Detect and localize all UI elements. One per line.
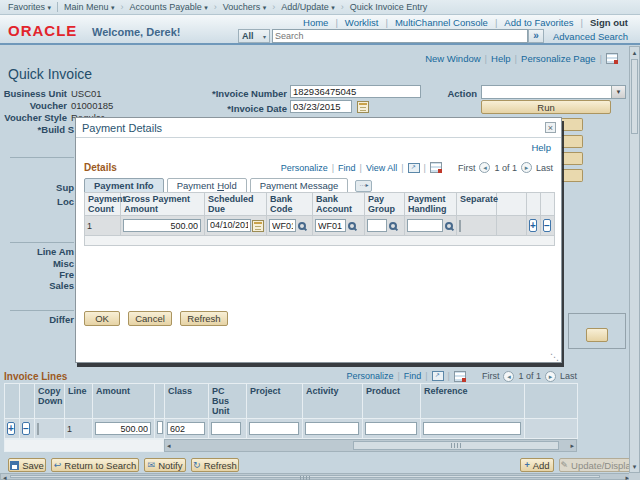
page-scrollbar-thumb[interactable] [10, 475, 600, 478]
popup-window-icon[interactable]: ↗ [432, 371, 444, 381]
col-filler [497, 193, 527, 216]
last-label[interactable]: Last [560, 371, 577, 381]
refresh-button[interactable]: Refresh [180, 311, 228, 326]
new-window-link[interactable]: New Window [425, 53, 480, 64]
bank-code-input[interactable] [269, 219, 296, 232]
details-section-title: Details [84, 162, 117, 173]
breadcrumb-accounts-payable[interactable]: Accounts Payable ▾ [130, 2, 208, 12]
link-separator: | [385, 17, 387, 28]
breadcrumb-favorites[interactable]: Favorites ▾ [8, 2, 51, 12]
action-dropdown[interactable]: ▼ [481, 85, 626, 99]
reference-input[interactable] [423, 422, 521, 435]
ok-button[interactable]: OK [84, 311, 120, 326]
modal-close-button[interactable]: × [545, 122, 556, 133]
personalize-link[interactable]: Personalize [281, 163, 328, 173]
chevron-down-icon: ▾ [263, 4, 267, 11]
breadcrumb-add-update[interactable]: Add/Update ▾ [281, 2, 335, 12]
popup-window-icon[interactable]: ↗ [408, 163, 420, 173]
save-icon [10, 461, 19, 470]
add-to-favorites-link[interactable]: Add to Favorites [504, 17, 573, 28]
calendar-icon[interactable] [252, 220, 264, 232]
personalize-page-link[interactable]: Personalize Page [521, 53, 595, 64]
class-input[interactable] [167, 422, 205, 435]
scroll-down-icon[interactable]: ▾ [630, 463, 639, 470]
next-row-icon[interactable]: ▸ [545, 371, 556, 382]
sign-out-link[interactable]: Sign out [590, 17, 628, 28]
previous-row-icon[interactable]: ◂ [503, 371, 514, 382]
breadcrumb-main-menu[interactable]: Main Menu ▾ [64, 2, 115, 12]
personalize-link[interactable]: Personalize [346, 371, 393, 381]
search-input[interactable] [272, 29, 528, 43]
find-link[interactable]: Find [404, 371, 422, 381]
invoice-number-input[interactable] [290, 85, 421, 98]
home-link[interactable]: Home [303, 17, 328, 28]
cancel-button[interactable]: Cancel [128, 311, 172, 326]
show-all-tabs-icon[interactable]: ···▸ [355, 180, 372, 192]
scroll-up-icon[interactable]: ▴ [630, 47, 639, 56]
gross-payment-amount-input[interactable] [123, 219, 201, 232]
download-to-excel-icon[interactable] [454, 371, 466, 382]
product-input[interactable] [365, 422, 417, 435]
obscured-button-fragment [562, 152, 583, 165]
scheduled-due-input[interactable] [207, 219, 251, 232]
invoice-date-input[interactable] [290, 100, 352, 113]
first-label[interactable]: First [482, 371, 500, 381]
search-go-button[interactable]: » [528, 29, 544, 43]
calendar-icon[interactable] [357, 101, 369, 113]
resize-handle[interactable]: ⋱ [550, 352, 559, 362]
view-all-link[interactable]: View All [366, 163, 397, 173]
payment-handling-input[interactable] [407, 219, 443, 232]
vertical-scrollbar-thumb[interactable] [631, 59, 638, 134]
search-scope-dropdown[interactable]: All ▾ [238, 29, 270, 43]
next-row-icon[interactable]: ▸ [521, 162, 532, 173]
grid-scrollbar-thumb[interactable] [353, 441, 559, 450]
download-to-excel-icon[interactable] [430, 162, 442, 173]
refresh-toolbar-button[interactable]: ↻ Refresh [191, 458, 239, 472]
separate-checkbox[interactable] [459, 220, 461, 232]
amount-input[interactable] [95, 422, 151, 435]
run-button[interactable]: Run [481, 100, 611, 114]
payment-grid: Payment Count Gross Payment Amount Sched… [84, 192, 555, 246]
col-class: Class [165, 384, 209, 419]
add-row-button[interactable]: + [529, 219, 537, 232]
bank-account-input[interactable] [315, 219, 346, 232]
scroll-right-icon[interactable]: ▸ [570, 442, 574, 449]
project-input[interactable] [249, 422, 299, 435]
find-link[interactable]: Find [338, 163, 356, 173]
worklist-link[interactable]: Worklist [345, 17, 379, 28]
last-label[interactable]: Last [536, 163, 553, 173]
scroll-left-icon[interactable]: ◂ [3, 474, 7, 480]
page-vertical-scrollbar[interactable]: ▴ ▾ [629, 46, 640, 473]
return-to-search-button[interactable]: ↩ Return to Search [51, 458, 139, 472]
scroll-left-icon[interactable]: ◂ [167, 442, 171, 449]
col-payment-count: Payment Count [85, 193, 121, 216]
copy-down-checkbox[interactable] [37, 423, 39, 435]
multichannel-console-link[interactable]: MultiChannel Console [395, 17, 488, 28]
activity-input[interactable] [305, 422, 359, 435]
update-display-button[interactable]: ✎ Update/Display [559, 458, 637, 472]
notify-button[interactable]: ✉ Notify [144, 458, 186, 472]
advanced-search-link[interactable]: Advanced Search [553, 31, 628, 42]
payment-handling-lookup-icon[interactable] [445, 222, 453, 230]
pc-bus-unit-input[interactable] [211, 422, 241, 435]
save-button[interactable]: Save [8, 458, 46, 472]
pay-group-input[interactable] [367, 219, 387, 232]
page-options-icon[interactable] [606, 53, 618, 64]
pay-group-lookup-icon[interactable] [389, 222, 397, 230]
bank-code-lookup-icon[interactable] [298, 222, 306, 230]
page-horizontal-scrollbar[interactable]: ◂ ▸ [0, 473, 640, 480]
add-button[interactable]: + Add [520, 458, 554, 472]
previous-row-icon[interactable]: ◂ [479, 162, 490, 173]
application-window: Favorites ▾ Main Menu ▾ › Accounts Payab… [0, 0, 640, 480]
breadcrumb-vouchers[interactable]: Vouchers ▾ [223, 2, 267, 12]
modal-help-link[interactable]: Help [531, 142, 551, 153]
help-link[interactable]: Help [491, 53, 511, 64]
dropdown-arrow-button[interactable]: ▼ [611, 86, 625, 98]
grid-horizontal-scrollbar[interactable]: ◂ ▸ [164, 439, 577, 452]
delete-line-button[interactable]: − [22, 422, 30, 435]
delete-row-button[interactable]: − [543, 219, 551, 232]
add-line-button[interactable]: + [7, 422, 15, 435]
supplier-label-clipped: Sup [0, 182, 74, 193]
bank-account-lookup-icon[interactable] [348, 222, 356, 230]
first-label[interactable]: First [458, 163, 476, 173]
